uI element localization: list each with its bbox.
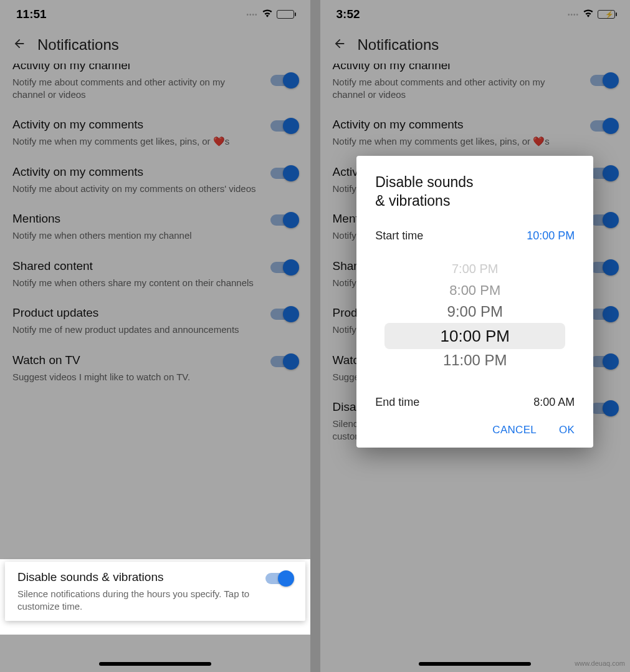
toggle-switch[interactable] <box>270 168 298 179</box>
toggle-switch[interactable] <box>265 573 293 584</box>
toggle-switch[interactable] <box>270 214 298 226</box>
toggle-switch[interactable] <box>270 120 298 132</box>
back-arrow-icon[interactable] <box>333 37 346 53</box>
toggle-switch[interactable] <box>590 214 618 226</box>
phone-right: 3:52 •••• ⚡ Notifications Activity on my… <box>320 0 631 672</box>
back-arrow-icon[interactable] <box>12 37 26 53</box>
status-bar: 11:51 •••• <box>0 0 310 29</box>
setting-shared-content[interactable]: Shared content Notify me when others sha… <box>0 251 310 298</box>
toggle-switch[interactable] <box>590 262 618 273</box>
start-time-row[interactable]: Start time 10:00 PM <box>375 229 575 242</box>
setting-desc: Notify me about comments and other activ… <box>333 76 578 100</box>
picker-option-selected[interactable]: 10:00 PM <box>384 323 565 350</box>
toggle-switch[interactable] <box>590 309 618 320</box>
setting-desc: Notify me of new product updates and ann… <box>12 324 258 336</box>
end-time-value: 8:00 AM <box>533 396 575 409</box>
toggle-switch[interactable] <box>590 120 618 132</box>
setting-desc: Silence notifications during the hours y… <box>17 588 253 612</box>
end-time-row[interactable]: End time 8:00 AM <box>375 396 575 409</box>
time-picker[interactable]: 7:00 PM 8:00 PM 9:00 PM 10:00 PM 11:00 P… <box>375 259 575 371</box>
setting-desc: Notify me when others mention my channel <box>12 229 258 242</box>
page-title: Notifications <box>358 36 439 54</box>
toggle-switch[interactable] <box>590 356 618 367</box>
signal-dots-icon: •••• <box>246 11 257 18</box>
toggle-switch[interactable] <box>270 356 298 367</box>
nav-header: Notifications <box>0 29 310 64</box>
setting-title: Activity on my comments <box>12 165 258 179</box>
status-icons: •••• ⚡ <box>568 9 614 20</box>
setting-mentions[interactable]: Mentions Notify me when others mention m… <box>0 203 310 251</box>
picker-option[interactable]: 11:00 PM <box>443 349 507 370</box>
picker-option[interactable]: 7:00 PM <box>452 259 498 280</box>
status-icons: •••• <box>246 9 294 20</box>
setting-title: Activity on my channel <box>333 64 578 72</box>
setting-desc: Suggest videos I might like to watch on … <box>12 371 258 383</box>
setting-title: Watch on TV <box>12 353 258 367</box>
watermark: www.deuaq.com <box>575 660 625 667</box>
setting-desc: Notify me about activity on my comments … <box>12 183 258 195</box>
setting-desc: Notify me when others share my content o… <box>12 277 258 289</box>
cancel-button[interactable]: CANCEL <box>492 424 537 436</box>
page-title: Notifications <box>37 36 119 54</box>
end-time-label: End time <box>375 396 419 409</box>
setting-title: Disable sounds & vibrations <box>17 570 253 584</box>
setting-product-updates[interactable]: Product updates Notify me of new product… <box>0 297 310 345</box>
toggle-switch[interactable] <box>270 262 298 273</box>
picker-option[interactable]: 8:00 PM <box>449 280 500 301</box>
toggle-switch[interactable] <box>270 309 298 320</box>
status-time: 11:51 <box>16 7 47 21</box>
battery-icon <box>277 10 294 19</box>
toggle-switch[interactable] <box>590 168 618 179</box>
nav-header: Notifications <box>320 29 631 64</box>
setting-activity-comments-likes[interactable]: Activity on my comments Notify me when m… <box>320 109 631 156</box>
home-indicator[interactable] <box>99 662 211 666</box>
setting-title: Activity on my comments <box>333 118 578 132</box>
toggle-switch[interactable] <box>590 403 618 414</box>
setting-activity-channel[interactable]: Activity on my channel Notify me about c… <box>320 64 631 109</box>
dialog-title-line2: & vibrations <box>375 193 450 209</box>
setting-disable-sounds[interactable]: Disable sounds & vibrations Silence noti… <box>5 562 305 621</box>
signal-dots-icon: •••• <box>568 11 579 18</box>
wifi-icon <box>262 9 273 20</box>
dialog-actions: CANCEL OK <box>375 424 575 436</box>
wifi-icon <box>583 9 594 20</box>
setting-title: Activity on my channel <box>12 64 258 72</box>
home-indicator[interactable] <box>419 662 531 666</box>
setting-watch-tv[interactable]: Watch on TV Suggest videos I might like … <box>0 345 310 392</box>
setting-activity-comments-others[interactable]: Activity on my comments Notify me about … <box>0 156 310 204</box>
ok-button[interactable]: OK <box>559 424 575 436</box>
disable-sounds-dialog: Disable sounds & vibrations Start time 1… <box>356 156 593 448</box>
setting-title: Shared content <box>12 259 258 273</box>
setting-desc: Notify me about comments and other activ… <box>12 76 258 100</box>
picker-option[interactable]: 9:00 PM <box>447 301 503 322</box>
setting-desc: Notify me when my comments get likes, pi… <box>12 135 258 148</box>
toggle-switch[interactable] <box>270 75 298 86</box>
setting-activity-comments-likes[interactable]: Activity on my comments Notify me when m… <box>0 109 310 156</box>
phone-left: 11:51 •••• Notifications Activity on my … <box>0 0 310 672</box>
toggle-switch[interactable] <box>590 75 618 86</box>
start-time-label: Start time <box>375 229 423 242</box>
status-time: 3:52 <box>336 7 360 21</box>
battery-charging-icon <box>598 10 615 19</box>
dialog-title: Disable sounds & vibrations <box>375 173 575 211</box>
status-bar: 3:52 •••• ⚡ <box>320 0 631 29</box>
setting-title: Mentions <box>12 212 258 226</box>
setting-activity-channel[interactable]: Activity on my channel Notify me about c… <box>0 64 310 109</box>
setting-desc: Notify me when my comments get likes, pi… <box>333 135 578 148</box>
start-time-value: 10:00 PM <box>527 229 575 242</box>
setting-title: Product updates <box>12 306 258 320</box>
dialog-title-line1: Disable sounds <box>375 174 473 190</box>
setting-title: Activity on my comments <box>12 118 258 132</box>
